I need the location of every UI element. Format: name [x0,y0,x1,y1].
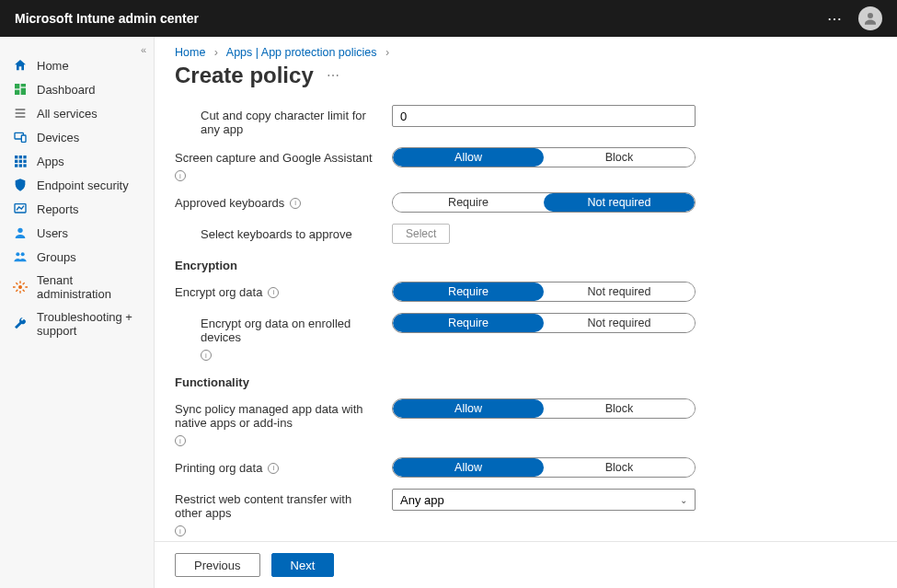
approved-keyboards-toggle[interactable]: Require Not required [392,192,696,213]
apps-icon [13,154,28,168]
screen-capture-label: Screen capture and Google Assistanti [175,147,377,181]
shield-icon [13,178,28,192]
home-icon [13,58,28,73]
sidebar-item-label: Groups [37,250,76,264]
wrench-icon [13,317,28,331]
sidebar-item-reports[interactable]: Reports [0,197,154,221]
sidebar-item-groups[interactable]: Groups [0,245,154,269]
printing-toggle[interactable]: Allow Block [392,457,696,478]
svg-rect-3 [21,88,26,95]
approved-keyboards-label: Approved keyboardsi [175,192,377,210]
sidebar: « Home Dashboard All services Devices Ap… [0,37,155,588]
reports-icon [13,202,28,216]
printing-label: Printing org datai [175,457,377,475]
sidebar-item-tenant-admin[interactable]: Tenant administration [0,269,154,306]
sidebar-item-all-services[interactable]: All services [0,101,154,125]
sidebar-item-users[interactable]: Users [0,221,154,245]
sidebar-item-label: Tenant administration [37,273,141,301]
sidebar-item-devices[interactable]: Devices [0,125,154,149]
groups-icon [13,249,28,264]
collapse-sidebar-icon[interactable]: « [141,44,146,55]
sidebar-item-home[interactable]: Home [0,53,154,77]
encrypt-enrolled-toggle[interactable]: Require Not required [392,313,696,333]
devices-icon [13,130,28,144]
breadcrumb: Home › Apps | App protection policies › [155,37,897,59]
svg-point-0 [868,13,873,18]
svg-point-23 [18,285,22,289]
sidebar-item-label: Troubleshooting + support [37,310,141,338]
header-more-icon[interactable]: ⋯ [827,10,844,28]
sync-toggle[interactable]: Allow Block [392,398,696,419]
main-content: Home › Apps | App protection policies › … [155,37,897,588]
next-button[interactable]: Next [271,553,335,577]
all-services-icon [13,106,28,121]
toggle-allow[interactable]: Allow [393,148,544,167]
cut-copy-input[interactable] [392,105,696,127]
toggle-require[interactable]: Require [393,282,544,301]
toggle-not-required[interactable]: Not required [544,282,695,301]
svg-rect-17 [19,164,22,167]
info-icon[interactable]: i [290,198,301,209]
sidebar-item-label: Devices [37,131,79,144]
info-icon[interactable]: i [268,463,279,474]
toggle-allow[interactable]: Allow [393,458,544,477]
chevron-down-icon: ⌄ [680,495,687,505]
wizard-footer: Previous Next [155,542,897,588]
svg-rect-9 [21,135,26,142]
toggle-require[interactable]: Require [393,314,544,332]
sidebar-item-label: Apps [37,155,64,168]
svg-rect-11 [19,156,22,158]
page-more-icon[interactable]: ⋯ [327,68,341,83]
sidebar-item-apps[interactable]: Apps [0,149,154,173]
svg-point-21 [16,252,19,256]
select-keyboards-button[interactable]: Select [392,224,450,244]
tenant-icon [13,280,28,294]
breadcrumb-home[interactable]: Home [175,46,205,59]
svg-rect-12 [23,156,26,158]
sidebar-item-troubleshooting[interactable]: Troubleshooting + support [0,306,154,342]
svg-rect-16 [15,164,17,167]
breadcrumb-apps-policies[interactable]: Apps | App protection policies [226,46,377,59]
info-icon[interactable]: i [175,170,186,181]
restrict-web-label: Restrict web content transfer with other… [175,489,377,536]
toggle-block[interactable]: Block [544,148,695,167]
toggle-block[interactable]: Block [544,399,695,418]
sidebar-item-label: Reports [37,202,79,216]
toggle-not-required[interactable]: Not required [544,314,695,332]
sidebar-item-label: Home [37,59,69,73]
cut-copy-label: Cut and copy character limit for any app [175,105,377,136]
screen-capture-toggle[interactable]: Allow Block [392,147,696,167]
chevron-right-icon: › [214,46,218,59]
restrict-web-select[interactable]: Any app ⌄ [392,489,696,511]
previous-button[interactable]: Previous [175,553,260,577]
toggle-block[interactable]: Block [544,458,695,477]
sync-label: Sync policy managed app data with native… [175,398,377,446]
toggle-require[interactable]: Require [393,193,544,212]
chevron-right-icon: › [385,46,389,59]
info-icon[interactable]: i [268,287,279,298]
toggle-allow[interactable]: Allow [393,399,544,418]
sidebar-item-label: Endpoint security [37,179,129,192]
page-title: Create policy [175,63,314,88]
encrypt-org-label: Encrypt org datai [175,282,377,299]
encrypt-enrolled-label: Encrypt org data on enrolled devicesi [175,313,377,361]
encrypt-org-toggle[interactable]: Require Not required [392,282,696,302]
section-encryption: Encryption [175,249,877,276]
product-title: Microsoft Intune admin center [15,11,199,26]
info-icon[interactable]: i [175,525,186,536]
svg-rect-18 [23,164,26,167]
svg-rect-14 [19,160,22,163]
svg-point-22 [21,252,25,256]
sidebar-item-endpoint-security[interactable]: Endpoint security [0,173,154,197]
info-icon[interactable]: i [175,435,186,446]
svg-rect-15 [23,160,26,163]
toggle-not-required[interactable]: Not required [544,193,695,212]
avatar-icon [862,10,879,27]
sidebar-item-label: All services [37,107,98,121]
user-avatar[interactable] [858,6,882,30]
sidebar-item-dashboard[interactable]: Dashboard [0,77,154,101]
section-functionality: Functionality [175,366,877,393]
info-icon[interactable]: i [201,350,212,361]
users-icon [13,225,28,240]
svg-rect-13 [15,160,17,163]
